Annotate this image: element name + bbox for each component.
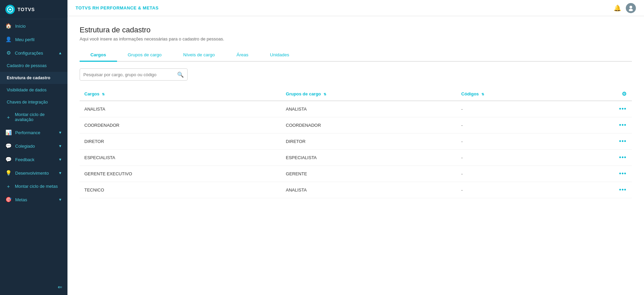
svg-point-2 (629, 9, 633, 11)
sidebar-item-label: Feedback (15, 157, 34, 162)
cell-grupo: ESPECIALISTA (281, 150, 456, 166)
topbar-title: TOTVS RH PERFORMANCE & METAS (76, 5, 159, 10)
home-icon: 🏠 (5, 23, 12, 29)
sort-cargos-icon[interactable]: ⇅ (102, 92, 105, 96)
cell-cargo: GERENTE EXECUTIVO (80, 166, 281, 182)
table-row: COORDENADOR COORDENADOR - ••• (80, 117, 632, 134)
row-more-button[interactable]: ••• (619, 138, 626, 145)
metas-icon: 🎯 (5, 197, 12, 203)
row-more-button[interactable]: ••• (619, 170, 626, 177)
table-row: GERENTE EXECUTIVO GERENTE - ••• (80, 166, 632, 182)
sidebar-footer: ⇐ (0, 279, 67, 295)
sidebar-item-label: Performance (15, 130, 40, 135)
sidebar-item-desenvolvimento[interactable]: 💡 Desenvolvimento ▼ (0, 166, 67, 180)
cell-cargo: COORDENADOR (80, 117, 281, 134)
cell-grupo: COORDENADOR (281, 117, 456, 134)
sidebar-item-label: Configurações (15, 51, 43, 56)
table-row: ANALISTA ANALISTA - ••• (80, 101, 632, 117)
cell-cargo: ANALISTA (80, 101, 281, 117)
cell-actions: ••• (570, 117, 632, 134)
user-icon: 👤 (5, 36, 12, 42)
plus-icon: + (5, 183, 11, 189)
tab-areas[interactable]: Áreas (226, 49, 259, 62)
logo-icon (5, 5, 15, 14)
table-row: TECNICO ANALISTA - ••• (80, 182, 632, 198)
tab-unidades[interactable]: Unidades (259, 49, 300, 62)
cell-grupo: ANALISTA (281, 101, 456, 117)
gear-icon: ⚙ (5, 50, 11, 56)
sort-codigos-icon[interactable]: ⇅ (481, 92, 484, 96)
avatar[interactable] (626, 3, 636, 13)
tab-cargos[interactable]: Cargos (80, 49, 117, 62)
sidebar-item-inicio[interactable]: 🏠 Início (0, 19, 67, 33)
row-more-button[interactable]: ••• (619, 154, 626, 161)
sidebar-item-meu-perfil[interactable]: 👤 Meu perfil (0, 33, 67, 46)
cell-actions: ••• (570, 150, 632, 166)
sidebar: TOTVS 🏠 Início 👤 Meu perfil ⚙ Configuraç… (0, 0, 67, 295)
sidebar-item-label: Montar ciclo de metas (15, 184, 58, 189)
chevron-down-icon: ▼ (58, 171, 62, 175)
cell-grupo: DIRETOR (281, 134, 456, 150)
cell-cargo: ESPECIALISTA (80, 150, 281, 166)
sidebar-item-label: Meu perfil (15, 37, 34, 42)
page-title: Estrutura de cadastro (80, 26, 632, 34)
sidebar-item-visibilidade-dados[interactable]: Visibilidade de dados (0, 84, 67, 96)
sidebar-item-label: Início (15, 24, 26, 29)
search-bar: 🔍 (80, 68, 188, 81)
table-row: DIRETOR DIRETOR - ••• (80, 134, 632, 150)
chevron-down-icon: ▼ (58, 157, 62, 161)
cargos-table: Cargos ⇅ Grupos de cargo ⇅ Códigos ⇅ ⚙ (80, 87, 632, 198)
tabs-bar: Cargos Grupos de cargo Níveis de cargo Á… (80, 49, 632, 62)
col-grupos-cargo: Grupos de cargo ⇅ (281, 87, 456, 101)
row-more-button[interactable]: ••• (619, 122, 626, 128)
sidebar-item-montar-ciclo-metas[interactable]: + Montar ciclo de metas (0, 180, 67, 193)
table-row: ESPECIALISTA ESPECIALISTA - ••• (80, 150, 632, 166)
sidebar-item-label: Metas (15, 197, 27, 202)
logo-area: TOTVS (0, 0, 67, 19)
sidebar-item-colegiado[interactable]: 💬 Colegiado ▼ (0, 139, 67, 153)
main-area: TOTVS RH PERFORMANCE & METAS 🔔 Estrutura… (67, 0, 644, 295)
tab-grupos-cargo[interactable]: Grupos de cargo (117, 49, 173, 62)
page-subtitle: Aqui você insere as informações necessár… (80, 36, 632, 41)
col-cargos: Cargos ⇅ (80, 87, 281, 101)
topbar-icons: 🔔 (614, 3, 636, 13)
topbar: TOTVS RH PERFORMANCE & METAS 🔔 (67, 0, 644, 16)
sidebar-item-label: Chaves de integração (7, 100, 48, 105)
chevron-down-icon: ▼ (58, 198, 62, 202)
colegiado-icon: 💬 (5, 143, 12, 149)
sidebar-item-performance[interactable]: 📊 Performance ▼ (0, 126, 67, 139)
desenvolvimento-icon: 💡 (5, 170, 12, 176)
sidebar-item-label: Cadastro de pessoas (7, 63, 47, 68)
cell-codigo: - (456, 134, 570, 150)
tab-niveis-cargo[interactable]: Níveis de cargo (172, 49, 226, 62)
cell-codigo: - (456, 150, 570, 166)
collapse-sidebar-button[interactable]: ⇐ (58, 284, 62, 290)
cell-actions: ••• (570, 101, 632, 117)
notification-icon[interactable]: 🔔 (614, 4, 621, 12)
search-input[interactable] (83, 72, 177, 77)
sidebar-item-montar-ciclo-avaliacao[interactable]: + Montar ciclo de avaliação (0, 108, 67, 126)
sidebar-item-chaves-integracao[interactable]: Chaves de integração (0, 96, 67, 108)
sidebar-item-feedback[interactable]: 💬 Feedback ▼ (0, 153, 67, 166)
sidebar-item-label: Desenvolvimento (15, 171, 49, 176)
row-more-button[interactable]: ••• (619, 106, 626, 112)
chevron-down-icon: ▼ (58, 130, 62, 135)
logo-text: TOTVS (18, 7, 35, 12)
plus-icon: + (5, 114, 11, 120)
sidebar-item-metas[interactable]: 🎯 Metas ▼ (0, 193, 67, 206)
cell-grupo: ANALISTA (281, 182, 456, 198)
cell-actions: ••• (570, 182, 632, 198)
sidebar-item-configuracoes[interactable]: ⚙ Configurações ▲ (0, 46, 67, 60)
sidebar-item-estrutura-cadastro[interactable]: Estrutura de cadastro (0, 72, 67, 84)
cell-codigo: - (456, 182, 570, 198)
search-icon[interactable]: 🔍 (177, 71, 184, 78)
row-more-button[interactable]: ••• (619, 186, 626, 193)
feedback-icon: 💬 (5, 156, 12, 163)
cell-cargo: TECNICO (80, 182, 281, 198)
cell-codigo: - (456, 101, 570, 117)
table-settings-icon[interactable]: ⚙ (622, 91, 626, 97)
sidebar-item-cadastro-pessoas[interactable]: Cadastro de pessoas (0, 60, 67, 72)
sort-grupos-icon[interactable]: ⇅ (324, 92, 326, 96)
col-settings: ⚙ (570, 87, 632, 101)
table-wrap: Cargos ⇅ Grupos de cargo ⇅ Códigos ⇅ ⚙ (80, 87, 632, 198)
